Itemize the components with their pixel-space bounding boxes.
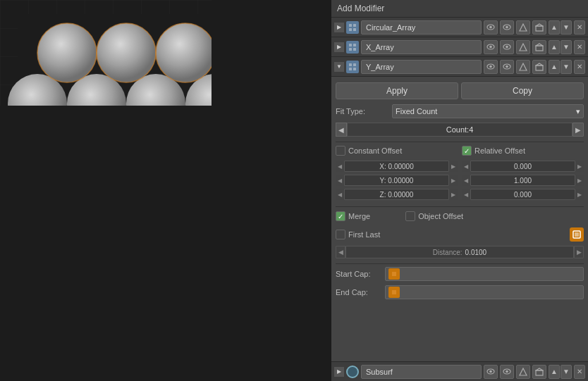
apply-btn[interactable]: Apply: [336, 82, 458, 99]
first-last-checkbox[interactable]: [336, 230, 345, 239]
count-decrease-btn[interactable]: ◀: [336, 123, 347, 137]
start-cap-field[interactable]: [385, 267, 584, 281]
move-up-btn-2[interactable]: ▲: [549, 60, 560, 74]
properties-panel: Add Modifier ▶ Circular_Array ▲ ▼ ✕ ▶: [331, 0, 588, 381]
viewport-visibility-btn-1[interactable]: [500, 40, 514, 54]
merge-checkbox[interactable]: ✓: [336, 211, 345, 221]
move-up-btn-subsurf[interactable]: ▲: [549, 365, 560, 379]
z-const-left-btn[interactable]: ◀: [336, 189, 344, 200]
relative-offset-checkbox[interactable]: ✓: [462, 146, 472, 156]
viewport-visibility-btn-2[interactable]: [500, 60, 514, 74]
apply-copy-row: Apply Copy: [336, 82, 584, 99]
svg-rect-80: [536, 65, 543, 70]
viewport-visibility-btn-subsurf[interactable]: [500, 365, 514, 379]
x-rel-left-btn[interactable]: ◀: [462, 161, 470, 172]
modifier-row-y-array: ▼ Y_Array ▲ ▼ ✕: [331, 57, 588, 77]
subsurf-name-btn[interactable]: Subsurf: [361, 365, 482, 379]
svg-rect-73: [349, 68, 352, 70]
y-const-left-btn[interactable]: ◀: [336, 175, 344, 186]
move-arrows-1: ▲ ▼: [549, 40, 572, 54]
move-up-btn-0[interactable]: ▲: [549, 20, 560, 35]
x-const-right-btn[interactable]: ▶: [449, 161, 458, 172]
distance-right-btn[interactable]: ▶: [574, 246, 584, 258]
expand-y-array-btn[interactable]: ▼: [334, 62, 344, 72]
render-visibility-btn-subsurf[interactable]: [484, 365, 498, 379]
relative-offset-header: ✓ Relative Offset: [462, 144, 584, 158]
constant-offset-label: Constant Offset: [348, 146, 402, 155]
move-arrows-2: ▲ ▼: [549, 60, 572, 74]
edit-mode-btn-0[interactable]: [516, 20, 530, 35]
move-down-btn-1[interactable]: ▼: [561, 40, 572, 54]
count-increase-btn[interactable]: ▶: [572, 123, 584, 137]
x-const-field[interactable]: X: 0.00000: [344, 161, 449, 172]
render-visibility-btn-1[interactable]: [484, 40, 498, 54]
constant-offset-col: Constant Offset ◀ X: 0.00000 ▶ ◀ Y: 0.00…: [336, 144, 458, 202]
edit-mode-btn-2[interactable]: [516, 60, 530, 74]
svg-point-76: [489, 65, 492, 68]
svg-rect-93: [536, 370, 543, 375]
z-rel-field[interactable]: 0.000: [470, 189, 575, 200]
first-last-row: First Last: [336, 227, 584, 242]
y-array-name-btn[interactable]: Y_Array: [361, 60, 482, 74]
edit-mode-btn-1[interactable]: [516, 40, 530, 54]
object-offset-icon: [570, 227, 584, 242]
cage-btn-0[interactable]: [532, 20, 546, 35]
expand-subsurf-btn[interactable]: ▶: [334, 367, 344, 377]
modifier-row-x-array: ▶ X_Array ▲ ▼ ✕: [331, 37, 588, 57]
distance-field[interactable]: Distance: 0.0100: [345, 246, 574, 258]
object-offset-item[interactable]: Object Offset: [405, 211, 463, 221]
y-const-field[interactable]: Y: 0.00000: [344, 175, 449, 186]
svg-point-89: [489, 370, 492, 373]
y-rel-field[interactable]: 1.000: [470, 175, 575, 186]
svg-rect-69: [536, 46, 543, 51]
y-rel-left-btn[interactable]: ◀: [462, 175, 470, 186]
merge-item[interactable]: ✓ Merge: [336, 211, 370, 221]
circular-array-name-btn[interactable]: Circular_Array: [361, 20, 482, 35]
edit-mode-btn-subsurf[interactable]: [516, 365, 530, 379]
move-up-btn-1[interactable]: ▲: [549, 40, 560, 54]
grid-overlay: [0, 0, 212, 106]
z-const-right-btn[interactable]: ▶: [449, 189, 458, 200]
remove-modifier-btn-subsurf[interactable]: ✕: [574, 365, 585, 379]
z-const-field[interactable]: Z: 0.00000: [344, 189, 449, 200]
render-visibility-btn-0[interactable]: [484, 20, 498, 35]
x-const-left-btn[interactable]: ◀: [336, 161, 344, 172]
move-down-btn-0[interactable]: ▼: [561, 20, 572, 35]
fit-type-select[interactable]: Fixed Count ▾: [392, 104, 584, 118]
move-down-btn-subsurf[interactable]: ▼: [561, 365, 572, 379]
object-offset-checkbox[interactable]: [405, 211, 415, 221]
constant-offset-header: Constant Offset: [336, 144, 458, 158]
expand-circular-array-btn[interactable]: ▶: [334, 23, 344, 32]
svg-point-67: [506, 46, 508, 49]
z-rel-right-btn[interactable]: ▶: [575, 189, 584, 200]
y-rel-right-btn[interactable]: ▶: [575, 175, 584, 186]
remove-modifier-btn-2[interactable]: ✕: [574, 60, 585, 74]
y-const-right-btn[interactable]: ▶: [449, 175, 458, 186]
cage-btn-1[interactable]: [532, 40, 546, 54]
end-cap-label: End Cap:: [336, 288, 385, 296]
distance-label-text: Distance:: [433, 249, 463, 256]
x-rel-right-btn[interactable]: ▶: [575, 161, 584, 172]
end-cap-field[interactable]: [385, 285, 584, 299]
cage-btn-subsurf[interactable]: [532, 365, 546, 379]
expand-x-array-btn[interactable]: ▶: [334, 42, 344, 52]
cage-btn-2[interactable]: [532, 60, 546, 74]
remove-modifier-btn-0[interactable]: ✕: [574, 20, 585, 35]
svg-rect-87: [392, 290, 396, 294]
viewport-visibility-btn-0[interactable]: [500, 20, 514, 35]
3d-viewport[interactable]: [0, 0, 331, 381]
constant-offset-checkbox[interactable]: [336, 146, 345, 156]
distance-left-btn[interactable]: ◀: [336, 246, 345, 258]
count-field[interactable]: Count: 4: [347, 123, 572, 137]
copy-btn[interactable]: Copy: [461, 82, 584, 99]
render-visibility-btn-2[interactable]: [484, 60, 498, 74]
circular-array-icon: [346, 21, 359, 34]
divider-3: [336, 263, 584, 264]
move-arrows-subsurf: ▲ ▼: [549, 365, 572, 379]
remove-modifier-btn-1[interactable]: ✕: [574, 40, 585, 54]
move-down-btn-2[interactable]: ▼: [561, 60, 572, 74]
x-rel-field[interactable]: 0.000: [470, 161, 575, 172]
x-array-name-btn[interactable]: X_Array: [361, 40, 482, 54]
z-rel-left-btn[interactable]: ◀: [462, 189, 470, 200]
panel-header: Add Modifier: [331, 0, 588, 18]
